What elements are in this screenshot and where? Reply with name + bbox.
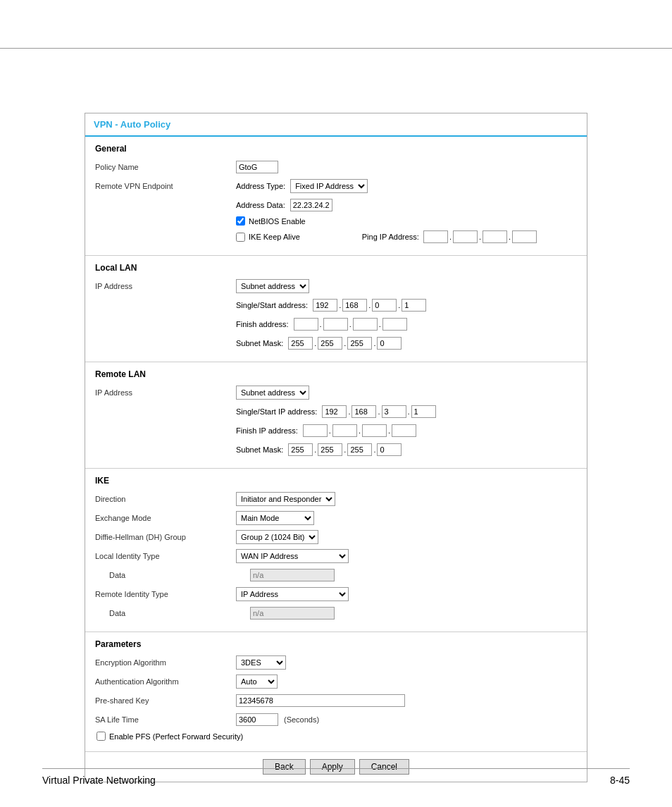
- ike-direction-label: Direction: [95, 495, 236, 503]
- address-type-select[interactable]: Fixed IP Address FQDN: [290, 179, 368, 193]
- auth-select[interactable]: Auto MD5 SHA-1: [236, 674, 278, 689]
- local-mask-ip-4[interactable]: [377, 337, 402, 350]
- encryption-select[interactable]: 3DES DES AES-128 AES-192 AES-256: [236, 655, 286, 670]
- local-start-ip-2[interactable]: [342, 299, 367, 312]
- local-finish-ip-3[interactable]: [353, 318, 378, 331]
- footer-left-text: Virtual Private Networking: [42, 775, 156, 786]
- ping-ip-group: . . .: [423, 230, 537, 243]
- local-finish-ip-4[interactable]: [382, 318, 407, 331]
- preshared-input[interactable]: [236, 694, 405, 707]
- remote-finish-ip-2[interactable]: [332, 424, 357, 437]
- remote-ip-label: IP Address: [95, 388, 236, 397]
- local-ip-type-control: Subnet address Single address: [236, 279, 577, 293]
- ping-ip-4[interactable]: [512, 230, 537, 243]
- policy-name-input[interactable]: [236, 161, 278, 173]
- pfs-checkbox[interactable]: [97, 732, 106, 741]
- local-finish-row: Finish address: . . .: [95, 316, 577, 332]
- local-start-ip-4[interactable]: [402, 299, 426, 312]
- pfs-label: Enable PFS (Perfect Forward Security): [109, 732, 243, 741]
- sa-lifetime-row: SA Life Time (Seconds): [95, 712, 577, 727]
- remote-finish-row: Finish IP address: . . .: [95, 423, 577, 438]
- remote-start-ip-2[interactable]: [351, 405, 376, 418]
- remote-finish-ip-4[interactable]: [392, 424, 416, 437]
- remote-finish-control: Finish IP address: . . .: [236, 424, 577, 437]
- remote-start-ip-4[interactable]: [411, 405, 436, 418]
- ike-local-identity-label: Local Identity Type: [95, 552, 236, 560]
- local-start-ip-3[interactable]: [372, 299, 397, 312]
- ike-local-data-row: Data: [95, 567, 577, 583]
- ike-remote-identity-select[interactable]: IP Address FQDN: [236, 587, 349, 601]
- remote-mask-ip-3[interactable]: [347, 443, 372, 456]
- local-start-row: Single/Start address: . . .: [95, 297, 577, 313]
- local-lan-title: Local LAN: [95, 263, 577, 273]
- ike-local-identity-select[interactable]: WAN IP Address FQDN IP Address: [236, 549, 349, 563]
- ike-local-data-label: Data: [95, 571, 250, 579]
- auth-control: Auto MD5 SHA-1: [236, 674, 577, 689]
- remote-ip-type-row: IP Address Subnet address Single address: [95, 385, 577, 400]
- ike-remote-identity-label: Remote Identity Type: [95, 590, 236, 598]
- ike-direction-control: Initiator and Responder Initiator Only R…: [236, 492, 577, 506]
- local-finish-control: Finish address: . . .: [236, 318, 577, 331]
- local-mask-row: Subnet Mask: . . .: [95, 335, 577, 351]
- remote-mask-ip-1[interactable]: [288, 443, 313, 456]
- ike-dh-label: Diffie-Hellman (DH) Group: [95, 533, 236, 541]
- remote-mask-ip: . . .: [288, 443, 402, 456]
- ike-section-title: IKE: [95, 476, 577, 486]
- ike-keepalive-row: IKE Keep Alive Ping IP Address: . . .: [95, 229, 577, 245]
- remote-finish-ip: . . .: [303, 424, 416, 437]
- remote-start-ip-3[interactable]: [382, 405, 406, 418]
- remote-start-control: Single/Start IP address: . . .: [236, 405, 577, 418]
- local-mask-ip-2[interactable]: [318, 337, 342, 350]
- panel-body: General Policy Name Remote VPN Endpoint …: [85, 137, 587, 782]
- ike-direction-select[interactable]: Initiator and Responder Initiator Only R…: [236, 492, 335, 506]
- ping-ip-label: Ping IP Address:: [362, 233, 419, 241]
- ping-ip-2[interactable]: [453, 230, 478, 243]
- address-data-row: Address Data:: [95, 197, 577, 213]
- ike-remote-data-input[interactable]: [250, 607, 335, 620]
- ike-dh-select[interactable]: Group 2 (1024 Bit) Group 1 (768 Bit) Gro…: [236, 530, 318, 544]
- local-ip-label: IP Address: [95, 282, 236, 290]
- panel-title-text: VPN - Auto Policy: [94, 119, 170, 130]
- ike-keepalive-checkbox[interactable]: [236, 233, 245, 242]
- local-start-ip-1[interactable]: [313, 299, 337, 312]
- ike-remote-identity-control: IP Address FQDN: [236, 587, 577, 601]
- ike-exchange-row: Exchange Mode Main Mode Aggressive Mode: [95, 510, 577, 526]
- ike-local-data-input[interactable]: [250, 569, 335, 581]
- remote-finish-ip-3[interactable]: [362, 424, 387, 437]
- ping-ip-3[interactable]: [483, 230, 507, 243]
- ike-local-data-control: [250, 569, 577, 581]
- encryption-row: Encryption Algorithm 3DES DES AES-128 AE…: [95, 655, 577, 670]
- local-start-control: Single/Start address: . . .: [236, 299, 577, 312]
- local-mask-ip-3[interactable]: [347, 337, 372, 350]
- footer-right-text: 8-45: [610, 775, 630, 786]
- sa-lifetime-input[interactable]: [236, 713, 278, 726]
- local-finish-ip-2[interactable]: [323, 318, 348, 331]
- address-data-input[interactable]: [290, 199, 332, 211]
- auth-label: Authentication Algorithm: [95, 677, 236, 686]
- local-start-ip: . . .: [313, 299, 426, 312]
- remote-mask-ip-2[interactable]: [318, 443, 342, 456]
- remote-start-ip-1[interactable]: [322, 405, 347, 418]
- footer: Virtual Private Networking 8-45: [42, 768, 630, 786]
- encryption-control: 3DES DES AES-128 AES-192 AES-256: [236, 655, 577, 670]
- panel-title: VPN - Auto Policy: [85, 113, 587, 137]
- address-type-label: Address Type:: [236, 182, 285, 190]
- remote-vpn-label: Remote VPN Endpoint: [95, 182, 236, 190]
- ike-exchange-control: Main Mode Aggressive Mode: [236, 511, 577, 525]
- remote-mask-ip-4[interactable]: [377, 443, 402, 456]
- local-mask-ip-1[interactable]: [288, 337, 313, 350]
- policy-name-label: Policy Name: [95, 163, 236, 171]
- remote-subnet-select[interactable]: Subnet address Single address: [236, 386, 309, 400]
- policy-name-row: Policy Name: [95, 159, 577, 175]
- ping-ip-1[interactable]: [423, 230, 448, 243]
- local-finish-ip-1[interactable]: [294, 318, 318, 331]
- remote-start-ip: . . .: [322, 405, 435, 418]
- local-subnet-select[interactable]: Subnet address Single address: [236, 279, 309, 293]
- top-rule: [0, 48, 672, 49]
- ike-remote-data-label: Data: [95, 609, 250, 617]
- netbios-checkbox[interactable]: [236, 216, 245, 226]
- remote-lan-title: Remote LAN: [95, 369, 577, 379]
- ike-exchange-select[interactable]: Main Mode Aggressive Mode: [236, 511, 314, 525]
- sa-lifetime-control: (Seconds): [236, 713, 577, 726]
- remote-finish-ip-1[interactable]: [303, 424, 328, 437]
